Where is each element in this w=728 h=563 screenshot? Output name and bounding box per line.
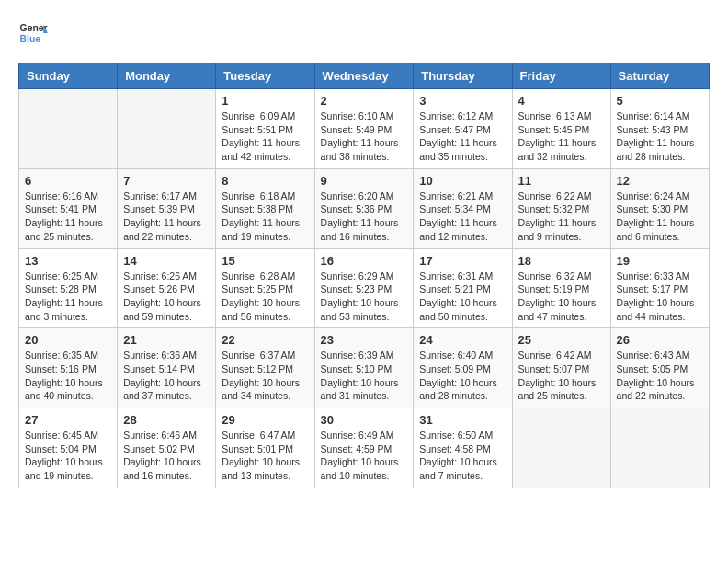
calendar-cell: 9Sunrise: 6:20 AM Sunset: 5:36 PM Daylig… <box>314 168 414 248</box>
day-number: 29 <box>222 413 308 427</box>
calendar-cell <box>610 408 709 488</box>
calendar-cell: 6Sunrise: 6:16 AM Sunset: 5:41 PM Daylig… <box>19 168 118 248</box>
calendar-cell: 1Sunrise: 6:09 AM Sunset: 5:51 PM Daylig… <box>216 89 314 169</box>
day-number: 4 <box>518 94 605 108</box>
day-number: 9 <box>321 174 408 188</box>
day-number: 11 <box>518 174 605 188</box>
day-info: Sunrise: 6:46 AM Sunset: 5:02 PM Dayligh… <box>123 429 210 483</box>
day-info: Sunrise: 6:20 AM Sunset: 5:36 PM Dayligh… <box>321 190 408 244</box>
header-row: SundayMondayTuesdayWednesdayThursdayFrid… <box>19 63 710 89</box>
calendar-cell: 10Sunrise: 6:21 AM Sunset: 5:34 PM Dayli… <box>414 168 512 248</box>
day-number: 6 <box>25 174 111 188</box>
day-header-monday: Monday <box>118 63 216 89</box>
day-number: 18 <box>518 254 605 268</box>
calendar-cell <box>118 89 216 169</box>
day-info: Sunrise: 6:10 AM Sunset: 5:49 PM Dayligh… <box>321 109 408 164</box>
day-number: 23 <box>321 333 408 347</box>
day-number: 25 <box>518 333 605 347</box>
day-number: 15 <box>222 254 308 268</box>
day-info: Sunrise: 6:26 AM Sunset: 5:26 PM Dayligh… <box>123 270 210 324</box>
day-info: Sunrise: 6:09 AM Sunset: 5:51 PM Dayligh… <box>222 109 308 164</box>
week-row-4: 20Sunrise: 6:35 AM Sunset: 5:16 PM Dayli… <box>19 328 710 408</box>
day-info: Sunrise: 6:37 AM Sunset: 5:12 PM Dayligh… <box>222 349 308 403</box>
logo: General Blue <box>18 18 48 48</box>
day-info: Sunrise: 6:22 AM Sunset: 5:32 PM Dayligh… <box>518 190 605 244</box>
day-header-thursday: Thursday <box>414 63 512 89</box>
day-number: 8 <box>222 174 308 188</box>
day-number: 12 <box>617 174 703 188</box>
calendar-cell: 25Sunrise: 6:42 AM Sunset: 5:07 PM Dayli… <box>512 328 610 408</box>
calendar-table: SundayMondayTuesdayWednesdayThursdayFrid… <box>18 63 710 488</box>
calendar-cell <box>512 408 610 488</box>
calendar-cell: 4Sunrise: 6:13 AM Sunset: 5:45 PM Daylig… <box>512 89 610 169</box>
logo-icon: General Blue <box>18 18 48 48</box>
day-number: 16 <box>321 254 408 268</box>
day-header-friday: Friday <box>512 63 610 89</box>
week-row-2: 6Sunrise: 6:16 AM Sunset: 5:41 PM Daylig… <box>19 168 710 248</box>
calendar-cell: 20Sunrise: 6:35 AM Sunset: 5:16 PM Dayli… <box>19 328 118 408</box>
calendar-cell: 23Sunrise: 6:39 AM Sunset: 5:10 PM Dayli… <box>314 328 414 408</box>
day-info: Sunrise: 6:40 AM Sunset: 5:09 PM Dayligh… <box>419 349 506 403</box>
calendar-cell: 7Sunrise: 6:17 AM Sunset: 5:39 PM Daylig… <box>118 168 216 248</box>
day-info: Sunrise: 6:25 AM Sunset: 5:28 PM Dayligh… <box>25 270 111 324</box>
calendar-cell <box>19 89 118 169</box>
calendar-cell: 28Sunrise: 6:46 AM Sunset: 5:02 PM Dayli… <box>118 408 216 488</box>
calendar-cell: 8Sunrise: 6:18 AM Sunset: 5:38 PM Daylig… <box>216 168 314 248</box>
day-number: 13 <box>25 254 111 268</box>
day-number: 3 <box>419 94 506 108</box>
day-info: Sunrise: 6:18 AM Sunset: 5:38 PM Dayligh… <box>222 190 308 244</box>
day-number: 17 <box>419 254 506 268</box>
day-number: 7 <box>123 174 210 188</box>
day-info: Sunrise: 6:36 AM Sunset: 5:14 PM Dayligh… <box>123 349 210 403</box>
day-info: Sunrise: 6:33 AM Sunset: 5:17 PM Dayligh… <box>617 270 703 324</box>
day-info: Sunrise: 6:49 AM Sunset: 4:59 PM Dayligh… <box>321 429 408 483</box>
svg-text:Blue: Blue <box>20 34 41 44</box>
calendar-cell: 31Sunrise: 6:50 AM Sunset: 4:58 PM Dayli… <box>414 408 512 488</box>
day-info: Sunrise: 6:39 AM Sunset: 5:10 PM Dayligh… <box>321 349 408 403</box>
day-info: Sunrise: 6:12 AM Sunset: 5:47 PM Dayligh… <box>419 109 506 164</box>
day-number: 28 <box>123 413 210 427</box>
day-number: 1 <box>222 94 308 108</box>
day-number: 2 <box>321 94 408 108</box>
day-number: 21 <box>123 333 210 347</box>
day-number: 26 <box>617 333 703 347</box>
day-number: 27 <box>25 413 111 427</box>
day-info: Sunrise: 6:35 AM Sunset: 5:16 PM Dayligh… <box>25 349 111 403</box>
day-info: Sunrise: 6:50 AM Sunset: 4:58 PM Dayligh… <box>419 429 506 483</box>
calendar-cell: 13Sunrise: 6:25 AM Sunset: 5:28 PM Dayli… <box>19 248 118 328</box>
calendar-cell: 11Sunrise: 6:22 AM Sunset: 5:32 PM Dayli… <box>512 168 610 248</box>
day-number: 30 <box>321 413 408 427</box>
calendar-cell: 24Sunrise: 6:40 AM Sunset: 5:09 PM Dayli… <box>414 328 512 408</box>
day-info: Sunrise: 6:42 AM Sunset: 5:07 PM Dayligh… <box>518 349 605 403</box>
day-number: 22 <box>222 333 308 347</box>
day-number: 5 <box>617 94 703 108</box>
day-header-wednesday: Wednesday <box>314 63 414 89</box>
day-info: Sunrise: 6:47 AM Sunset: 5:01 PM Dayligh… <box>222 429 308 483</box>
calendar-cell: 16Sunrise: 6:29 AM Sunset: 5:23 PM Dayli… <box>314 248 414 328</box>
calendar-cell: 5Sunrise: 6:14 AM Sunset: 5:43 PM Daylig… <box>610 89 709 169</box>
calendar-cell: 26Sunrise: 6:43 AM Sunset: 5:05 PM Dayli… <box>610 328 709 408</box>
day-header-saturday: Saturday <box>610 63 709 89</box>
day-number: 20 <box>25 333 111 347</box>
calendar-cell: 27Sunrise: 6:45 AM Sunset: 5:04 PM Dayli… <box>19 408 118 488</box>
day-info: Sunrise: 6:24 AM Sunset: 5:30 PM Dayligh… <box>617 190 703 244</box>
day-number: 19 <box>617 254 703 268</box>
calendar-cell: 22Sunrise: 6:37 AM Sunset: 5:12 PM Dayli… <box>216 328 314 408</box>
day-header-sunday: Sunday <box>19 63 118 89</box>
calendar-cell: 2Sunrise: 6:10 AM Sunset: 5:49 PM Daylig… <box>314 89 414 169</box>
day-info: Sunrise: 6:29 AM Sunset: 5:23 PM Dayligh… <box>321 270 408 324</box>
day-info: Sunrise: 6:45 AM Sunset: 5:04 PM Dayligh… <box>25 429 111 483</box>
day-number: 10 <box>419 174 506 188</box>
day-number: 24 <box>419 333 506 347</box>
day-info: Sunrise: 6:32 AM Sunset: 5:19 PM Dayligh… <box>518 270 605 324</box>
calendar-cell: 17Sunrise: 6:31 AM Sunset: 5:21 PM Dayli… <box>414 248 512 328</box>
calendar-cell: 3Sunrise: 6:12 AM Sunset: 5:47 PM Daylig… <box>414 89 512 169</box>
week-row-5: 27Sunrise: 6:45 AM Sunset: 5:04 PM Dayli… <box>19 408 710 488</box>
day-info: Sunrise: 6:14 AM Sunset: 5:43 PM Dayligh… <box>617 109 703 164</box>
calendar-cell: 19Sunrise: 6:33 AM Sunset: 5:17 PM Dayli… <box>610 248 709 328</box>
day-number: 31 <box>419 413 506 427</box>
calendar-cell: 15Sunrise: 6:28 AM Sunset: 5:25 PM Dayli… <box>216 248 314 328</box>
day-info: Sunrise: 6:43 AM Sunset: 5:05 PM Dayligh… <box>617 349 703 403</box>
calendar-cell: 30Sunrise: 6:49 AM Sunset: 4:59 PM Dayli… <box>314 408 414 488</box>
day-info: Sunrise: 6:31 AM Sunset: 5:21 PM Dayligh… <box>419 270 506 324</box>
